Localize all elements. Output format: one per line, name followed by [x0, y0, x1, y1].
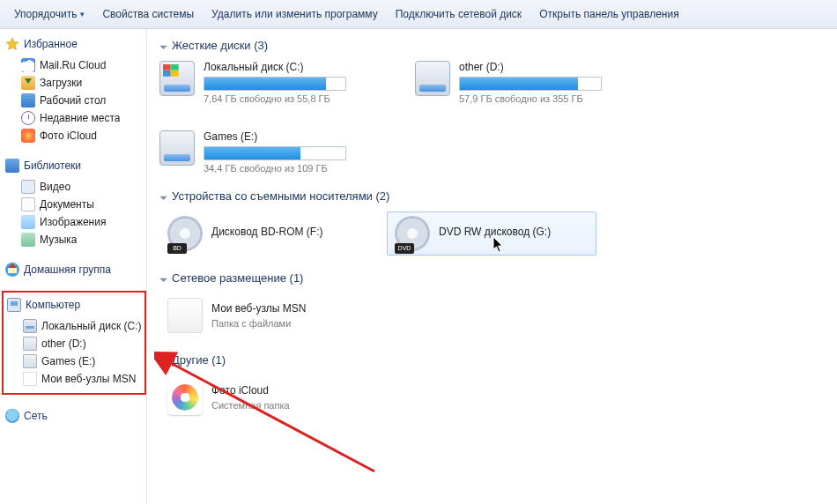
- item-subtitle: Системная папка: [211, 400, 290, 411]
- recent-icon: [21, 111, 35, 125]
- capacity-bar: [204, 77, 346, 91]
- nav-item-label: Рабочий стол: [40, 94, 106, 107]
- nav-item-downloads[interactable]: Загрузки: [5, 74, 146, 92]
- downloads-icon: [21, 76, 35, 90]
- nav-header-favorites[interactable]: Избранное: [5, 35, 146, 53]
- nav-item-label: Изображения: [40, 216, 106, 228]
- nav-item-desktop[interactable]: Рабочий стол: [5, 92, 146, 109]
- capacity-fill: [204, 147, 300, 159]
- drive-free-text: 57,9 ГБ свободно из 355 ГБ: [459, 93, 644, 104]
- section-network-locations: Сетевое размещение (1) Мои веб-узлы MSN …: [159, 271, 825, 337]
- drive-info: Games (E:) 34,4 ГБ свободно из 109 ГБ: [204, 130, 389, 174]
- nav-header-label: Сеть: [24, 410, 48, 422]
- nav-header-label: Библиотеки: [24, 159, 81, 172]
- nav-item-label: Mail.Ru Cloud: [40, 59, 106, 71]
- nav-item-music[interactable]: Музыка: [5, 231, 146, 248]
- folder-icon: [167, 298, 203, 333]
- toolbar-item-label: Свойства системы: [102, 8, 194, 20]
- drive-free-text: 7,64 ГБ свободно из 55,8 ГБ: [204, 93, 389, 104]
- nav-item-documents[interactable]: Документы: [5, 196, 146, 213]
- video-icon: [21, 180, 35, 194]
- dvd-icon: [395, 216, 430, 251]
- photo-icon: [21, 129, 35, 143]
- nav-item-mailru-cloud[interactable]: Mail.Ru Cloud: [5, 56, 146, 74]
- capacity-bar: [459, 77, 602, 91]
- organize-menu[interactable]: Упорядочить: [5, 0, 93, 28]
- item-title: Фото iCloud: [211, 384, 290, 397]
- drive-title: DVD RW дисковод (G:): [439, 226, 551, 238]
- desktop-icon: [21, 93, 35, 107]
- computer-icon: [7, 298, 21, 312]
- content-pane: Жесткие диски (3) Локальный диск (C:) 7,…: [147, 28, 837, 504]
- drive-title: other (D:): [459, 61, 644, 73]
- drive-bd-rom[interactable]: Дисковод BD-ROM (F:): [159, 211, 369, 256]
- toolbar: Упорядочить Свойства системы Удалить или…: [0, 0, 837, 29]
- nav-item-label: Фото iCloud: [40, 130, 97, 142]
- capacity-fill: [204, 78, 326, 90]
- drive-icon: [159, 61, 195, 96]
- toolbar-system-properties[interactable]: Свойства системы: [93, 0, 203, 28]
- drive-title: Games (E:): [204, 130, 389, 143]
- section-title: Другие (1): [172, 353, 226, 367]
- toolbar-control-panel[interactable]: Открыть панель управления: [530, 0, 688, 28]
- nav-item-label: Мои веб-узлы MSN: [41, 373, 136, 385]
- cursor-icon: [493, 237, 504, 253]
- section-other: Другие (1) Фото iCloud Системная папка: [159, 353, 825, 419]
- page-icon: [23, 372, 37, 386]
- item-subtitle: Папка с файлами: [211, 318, 306, 329]
- nav-item-recent[interactable]: Недавние места: [5, 109, 146, 127]
- nav-item-drive-c[interactable]: Локальный диск (C:): [4, 317, 144, 335]
- netloc-msn[interactable]: Мои веб-узлы MSN Папка с файлами: [159, 293, 314, 337]
- nav-header-label: Домашняя группа: [24, 263, 111, 276]
- other-photo-icloud[interactable]: Фото iCloud Системная папка: [159, 375, 298, 419]
- icloud-photos-icon: [167, 380, 203, 415]
- nav-item-videos[interactable]: Видео: [5, 178, 146, 196]
- nav-header-libraries[interactable]: Библиотеки: [5, 157, 146, 174]
- nav-item-photo-icloud[interactable]: Фото iCloud: [5, 127, 146, 145]
- nav-item-label: Документы: [40, 198, 94, 211]
- drive-dvd-rw[interactable]: DVD RW дисковод (G:): [387, 211, 596, 256]
- nav-item-drive-e[interactable]: Games (E:): [4, 352, 144, 370]
- nav-header-label: Компьютер: [26, 299, 80, 311]
- item-title: Мои веб-узлы MSN: [211, 302, 306, 315]
- nav-group-libraries: Библиотеки Видео Документы Изображения М…: [5, 157, 146, 248]
- bd-icon: [167, 216, 203, 251]
- homegroup-icon: [5, 263, 19, 277]
- drive-info: other (D:) 57,9 ГБ свободно из 355 ГБ: [459, 61, 644, 104]
- hdd-icon: [23, 354, 37, 368]
- nav-header-computer[interactable]: Компьютер: [4, 296, 144, 314]
- toolbar-uninstall-program[interactable]: Удалить или изменить программу: [203, 0, 387, 28]
- drive-free-text: 34,4 ГБ свободно из 109 ГБ: [204, 163, 389, 174]
- music-icon: [21, 233, 35, 247]
- section-header[interactable]: Устройства со съемными носителями (2): [159, 189, 825, 203]
- drive-icon: [159, 130, 195, 166]
- drive-e[interactable]: Games (E:) 34,4 ГБ свободно из 109 ГБ: [159, 130, 389, 174]
- nav-header-homegroup[interactable]: Домашняя группа: [5, 261, 146, 278]
- section-hard-drives: Жесткие диски (3) Локальный диск (C:) 7,…: [159, 39, 825, 174]
- nav-item-label: other (D:): [41, 337, 86, 350]
- toolbar-map-network-drive[interactable]: Подключить сетевой диск: [387, 0, 530, 28]
- nav-item-label: Видео: [40, 181, 70, 193]
- section-header[interactable]: Жесткие диски (3): [159, 39, 825, 52]
- nav-item-label: Локальный диск (C:): [41, 320, 142, 332]
- nav-item-label: Музыка: [40, 233, 77, 246]
- nav-header-network[interactable]: Сеть: [5, 407, 146, 425]
- nav-item-drive-d[interactable]: other (D:): [4, 335, 144, 352]
- section-header[interactable]: Другие (1): [159, 353, 825, 367]
- section-header[interactable]: Сетевое размещение (1): [159, 271, 825, 285]
- nav-item-pictures[interactable]: Изображения: [5, 213, 146, 231]
- libraries-icon: [5, 159, 19, 173]
- drive-d[interactable]: other (D:) 57,9 ГБ свободно из 355 ГБ: [415, 61, 644, 104]
- toolbar-item-label: Открыть панель управления: [539, 8, 679, 20]
- navigation-pane: Избранное Mail.Ru Cloud Загрузки Рабочий…: [0, 28, 147, 504]
- nav-group-favorites: Избранное Mail.Ru Cloud Загрузки Рабочий…: [5, 35, 146, 145]
- section-title: Жесткие диски (3): [172, 39, 268, 52]
- hdd-icon: [23, 319, 37, 333]
- nav-item-msn[interactable]: Мои веб-узлы MSN: [4, 370, 144, 388]
- pictures-icon: [21, 215, 35, 229]
- drive-c[interactable]: Локальный диск (C:) 7,64 ГБ свободно из …: [159, 61, 389, 104]
- nav-header-label: Избранное: [24, 38, 78, 50]
- hdd-icon: [23, 337, 37, 351]
- network-icon: [5, 409, 19, 423]
- organize-label: Упорядочить: [14, 0, 77, 28]
